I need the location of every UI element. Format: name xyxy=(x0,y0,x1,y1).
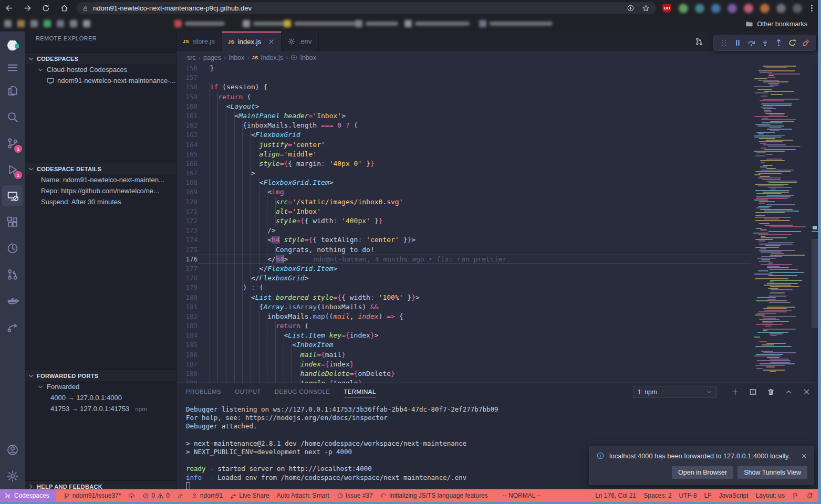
tab-debug-console[interactable]: DEBUG CONSOLE xyxy=(275,386,330,397)
section-codespace-details[interactable]: CODESPACE DETAILS xyxy=(25,163,176,174)
tree-forwarded-group[interactable]: Forwarded xyxy=(25,381,176,392)
breadcrumb-pages[interactable]: pages xyxy=(203,54,221,61)
bookmark-item[interactable] xyxy=(174,20,225,27)
show-tunnels-button[interactable]: Show Tunnels View xyxy=(737,466,807,479)
code-line-182[interactable]: 182inboxMails.map((mail, index) => { xyxy=(176,312,751,321)
bookmark-item[interactable] xyxy=(17,20,25,27)
other-bookmarks[interactable]: Other bookmarks xyxy=(745,20,821,28)
breadcrumb-src[interactable]: src xyxy=(187,54,196,61)
section-forwarded-ports[interactable]: FORWARDED PORTS xyxy=(25,370,176,381)
new-terminal-icon[interactable] xyxy=(731,388,739,396)
tree-codespace-item[interactable]: ndom91-newtelco-next-maintenance-... xyxy=(25,75,176,86)
code-line-163[interactable]: 163<FlexboxGrid xyxy=(176,130,751,140)
overview-ruler[interactable] xyxy=(812,64,818,383)
breadcrumb-symbol[interactable]: Inbox xyxy=(300,54,316,61)
code-line-156[interactable]: 156} xyxy=(176,64,751,73)
docker-icon[interactable] xyxy=(0,288,25,314)
bookmark-item[interactable] xyxy=(30,20,38,27)
status-keyboard-layout[interactable]: Layout: us xyxy=(752,492,788,499)
reload-icon[interactable] xyxy=(41,4,50,13)
pull-requests-icon[interactable] xyxy=(0,261,25,288)
source-control-icon[interactable]: 1 xyxy=(0,130,25,156)
run-debug-icon[interactable]: 1 xyxy=(0,156,25,183)
status-issue[interactable]: Issue #37 xyxy=(333,492,377,499)
browser-extension-icon[interactable] xyxy=(776,4,786,13)
browser-extension-icon[interactable] xyxy=(744,4,753,13)
code-line-184[interactable]: 184<List.Item key={index}> xyxy=(176,331,751,340)
drag-handle-icon[interactable] xyxy=(720,38,729,47)
status-remote-codespaces[interactable]: Codespaces xyxy=(0,489,56,502)
home-icon[interactable] xyxy=(60,4,69,13)
status-auto-attach[interactable]: Auto Attach: Smart xyxy=(273,492,333,499)
tab-store-js[interactable]: JS store.js xyxy=(176,32,222,51)
terminal-select[interactable]: 1: npm xyxy=(633,386,717,398)
browser-extension-icon[interactable] xyxy=(711,4,721,13)
terminal-output[interactable]: Debugger listening on ws://127.0.0.1:417… xyxy=(186,405,498,490)
ublock-extension-icon[interactable]: UO xyxy=(662,4,671,13)
code-line-159[interactable]: 159return ( xyxy=(176,92,751,102)
code-line-175[interactable]: 175Congrats, nothing to do! xyxy=(176,245,751,255)
code-line-167[interactable]: 167> xyxy=(176,169,751,178)
zoom-icon[interactable] xyxy=(627,4,635,12)
bookmark-item[interactable] xyxy=(284,20,356,27)
code-line-185[interactable]: 185<InboxItem xyxy=(176,340,751,350)
code-line-170[interactable]: 170src='/static/images/inbox0.svg' xyxy=(176,197,751,207)
status-debug-attach[interactable] xyxy=(173,492,188,499)
code-line-160[interactable]: 160<Layout> xyxy=(176,102,751,111)
restart-icon[interactable] xyxy=(788,38,797,47)
detail-repo[interactable]: Repo: https://github.com/newtelco/ne... xyxy=(25,185,176,196)
browser-extension-icon[interactable] xyxy=(760,4,770,13)
browser-extension-icon[interactable] xyxy=(728,4,737,13)
code-line-172[interactable]: 172style={{ width: '400px' }} xyxy=(176,216,751,226)
code-line-161[interactable]: 161<MaintPanel header='Inbox'> xyxy=(176,111,751,121)
step-over-icon[interactable] xyxy=(747,38,756,47)
back-icon[interactable] xyxy=(5,4,14,13)
bookmark-item[interactable] xyxy=(4,20,12,27)
code-line-165[interactable]: 165align='middle' xyxy=(176,150,751,159)
forward-icon[interactable] xyxy=(23,4,32,13)
code-line-171[interactable]: 171alt='Inbox' xyxy=(176,207,751,216)
maximize-panel-icon[interactable] xyxy=(785,388,793,396)
status-language[interactable]: JavaScript xyxy=(715,492,752,499)
code-line-189[interactable]: 189toggle={toggle} xyxy=(176,379,751,383)
step-out-icon[interactable] xyxy=(774,38,783,47)
status-problems[interactable]: 0 0 xyxy=(139,492,173,499)
bookmark-item[interactable] xyxy=(70,20,77,27)
port-row-4000[interactable]: 4000 → 127.0.0.1:4000 xyxy=(25,392,176,403)
disconnect-icon[interactable] xyxy=(802,38,810,47)
code-line-157[interactable]: 157 xyxy=(176,73,751,82)
breadcrumb-inbox[interactable]: inbox xyxy=(228,54,244,61)
code-line-169[interactable]: 169<img xyxy=(176,187,751,197)
code-line-166[interactable]: 166style={{ margin: '40px 0' }} xyxy=(176,159,751,169)
tree-cloud-hosted[interactable]: Cloud-hosted Codespaces xyxy=(25,64,176,75)
tab-problems[interactable]: PROBLEMS xyxy=(186,386,221,397)
bookmark-item[interactable] xyxy=(243,20,284,27)
code-line-164[interactable]: 164justify='center' xyxy=(176,140,751,150)
live-share-icon[interactable] xyxy=(0,314,25,340)
status-branch[interactable]: ndom91/issue37* xyxy=(60,492,125,499)
url-bar[interactable]: ndom91-newtelco-next-maintenance-p9cj.gi… xyxy=(77,2,656,14)
tab-output[interactable]: OUTPUT xyxy=(235,386,261,397)
browser-menu-icon[interactable] xyxy=(807,4,816,13)
close-tab-icon[interactable] xyxy=(268,38,275,45)
code-line-168[interactable]: 168<FlexboxGrid.Item> xyxy=(176,178,751,187)
code-line-162[interactable]: 162{inboxMails.length === 0 ? ( xyxy=(176,121,751,130)
port-row-41753[interactable]: 41753 → 127.0.0.1:41753 npm xyxy=(25,403,176,414)
explorer-icon[interactable] xyxy=(0,78,25,104)
editor-action-icon[interactable] xyxy=(695,37,703,46)
code-line-173[interactable]: 173/> xyxy=(176,226,751,235)
close-notification-icon[interactable] xyxy=(801,453,807,459)
tab-env[interactable]: .env xyxy=(282,32,319,51)
menu-icon[interactable] xyxy=(0,58,25,78)
status-sync[interactable] xyxy=(124,492,139,499)
code-editor[interactable]: 156}157158if (session) {159return (160<L… xyxy=(176,64,818,383)
browser-extension-icon[interactable] xyxy=(679,4,688,13)
browser-extension-icon[interactable] xyxy=(793,4,802,13)
open-in-browser-button[interactable]: Open in Browser xyxy=(672,466,733,479)
pause-icon[interactable] xyxy=(733,38,742,47)
status-line-col[interactable]: Ln 176, Col 21 xyxy=(591,492,640,499)
status-user[interactable]: ndom91 xyxy=(188,492,226,499)
status-eol[interactable]: LF xyxy=(701,492,715,499)
bookmark-item[interactable] xyxy=(404,20,470,27)
code-line-183[interactable]: 183return ( xyxy=(176,321,751,331)
